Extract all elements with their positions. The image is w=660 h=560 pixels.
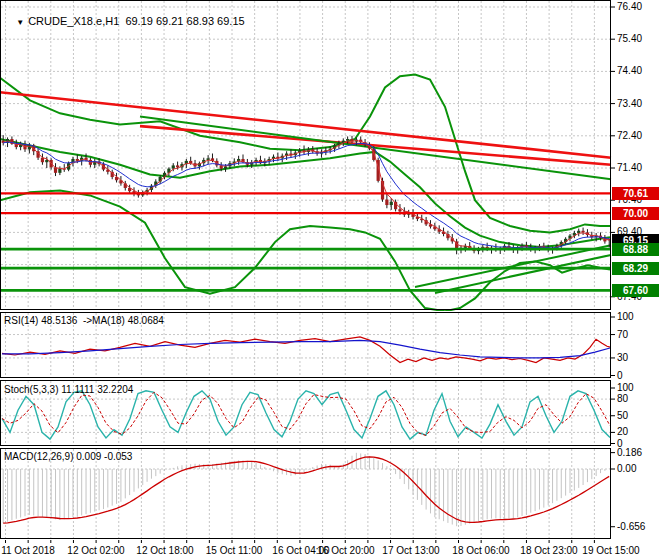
ohlc-readout: 69.19 69.21 68.93 69.15 (125, 15, 244, 27)
bear-candle (189, 161, 192, 163)
chart-title: ▼CRUDE_X18.e,H1 69.19 69.21 68.93 69.15 (4, 3, 245, 39)
bear-candle (176, 165, 179, 167)
price-scale-axis[interactable]: 76.4075.4074.4073.4072.4071.4070.4069.40… (612, 0, 660, 560)
green-ascending-trendline (435, 255, 611, 293)
stoch-tick-label: 100 (617, 382, 634, 393)
price-level-badge-70.00: 70.00 (612, 207, 659, 220)
bull-candle (58, 169, 61, 173)
panel-border (1, 449, 611, 539)
main-price-chart[interactable] (0, 0, 660, 311)
green-descending-trendline (140, 117, 611, 180)
bollinger-upper-line (0, 75, 610, 233)
price-tick-label: 74.40 (617, 65, 642, 76)
rsi-tick-label: 30 (617, 352, 628, 363)
bull-candle (346, 139, 349, 141)
price-level-badge-68.88: 68.88 (612, 243, 659, 256)
macd-tick-label: 0.00 (617, 463, 636, 474)
bull-candle (172, 165, 175, 168)
macd-label: MACD(12,26,9) 0.009 -0.053 (4, 451, 132, 462)
time-tick-label: 18 Oct 06:00 (452, 545, 509, 556)
price-tick-label: 76.40 (617, 1, 642, 12)
time-tick-label: 19 Oct 15:00 (582, 545, 639, 556)
bear-candle (398, 209, 401, 211)
price-tick-label: 71.40 (617, 162, 642, 173)
price-level-badge-67.60: 67.60 (612, 284, 659, 297)
time-tick-label: 16 Oct 20:00 (317, 545, 374, 556)
stoch-tick-label: 20 (617, 426, 628, 437)
collapse-arrow-icon[interactable]: ▼ (16, 18, 24, 27)
bear-candle (581, 231, 584, 233)
macd-signal-line (3, 457, 609, 523)
bull-candle (224, 166, 227, 168)
stoch-tick-label: 80 (617, 393, 628, 404)
time-tick-label: 12 Oct 02:00 (67, 545, 124, 556)
time-tick-label: 18 Oct 23:00 (520, 545, 577, 556)
price-level-badge-70.61: 70.61 (612, 187, 659, 200)
rsi-tick-label: 0 (617, 370, 623, 381)
price-tick-label: 73.40 (617, 98, 642, 109)
rsi-label: RSI(14) 48.5136 ->MA(18) 48.0684 (4, 315, 164, 326)
time-tick-label: 11 Oct 2018 (1, 545, 55, 556)
mt4-chart-window: ▼CRUDE_X18.e,H1 69.19 69.21 68.93 69.15 … (0, 0, 660, 560)
bull-candle (390, 202, 393, 205)
time-tick-label: 12 Oct 18:00 (136, 545, 193, 556)
macd-tick-label: -0.656 (617, 521, 645, 532)
price-tick-label: 72.40 (617, 130, 642, 141)
rsi-tick-label: 100 (617, 311, 634, 322)
time-tick-label: 17 Oct 13:00 (382, 545, 439, 556)
time-tick-label: 15 Oct 11:00 (206, 545, 263, 556)
bear-candle (385, 200, 388, 205)
stoch-k-line (2, 391, 610, 439)
stoch-label: Stoch(5,3,3) 11.1111 32.2204 (4, 384, 133, 395)
price-tick-label: 75.40 (617, 33, 642, 44)
bollinger-lower-line (0, 191, 610, 312)
red-descending-trendline (0, 92, 611, 157)
bear-candle (76, 159, 79, 161)
macd-tick-label: 0.186 (617, 447, 642, 458)
symbol-period-label: CRUDE_X18.e,H1 (28, 15, 119, 27)
rsi-tick-label: 70 (617, 329, 628, 340)
rsi-line (2, 337, 610, 363)
stoch-tick-label: 50 (617, 410, 628, 421)
price-level-badge-68.29: 68.29 (612, 262, 659, 275)
